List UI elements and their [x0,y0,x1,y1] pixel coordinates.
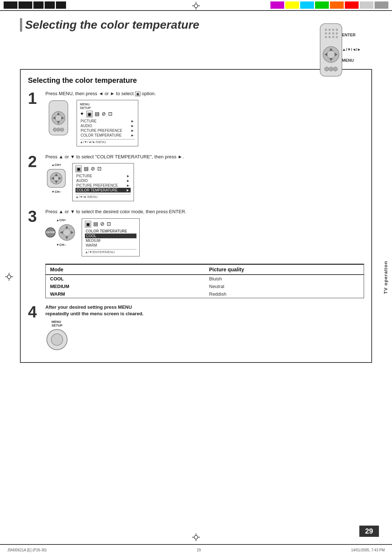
svg-point-5 [7,275,11,279]
quality-col-header: Picture quality [205,264,364,275]
svg-point-61 [51,334,63,345]
step-4-number: 4 [28,304,42,320]
s3-ch-minus-label: ▼CH– [56,243,66,247]
s3-ch-plus-label: ▲CH+ [56,218,66,222]
step-2-visual: ▲CH+ ▼CH– [45,163,364,201]
menu-item-audio: AUDIO► [80,123,135,128]
ch-plus-label: ▲CH+ [51,163,61,167]
table-row: WARMReddish [46,290,364,298]
step-1-visual: MENUSETUP ✦ ▣ ▤ ⊘ ⊡ PICTURE► AUDIO► PICT… [45,100,364,146]
svg-point-25 [328,36,331,38]
mode-cell: COOL [46,275,205,283]
step-1-remote-svg [45,100,72,136]
step-4-remote: MENUSETUP [45,320,69,351]
step-1: 1 Press MENU, then press ◄ or ► to selec… [28,90,364,146]
svg-point-21 [328,32,331,35]
right-side-area: TV operation [383,109,388,446]
svg-point-18 [332,29,334,31]
s2-menu-item-color-temp-highlighted: COLOR TEMPERATURE► [75,188,131,193]
color-block-gray [375,1,388,9]
step-3-remote-svg [57,223,77,242]
step-2-number: 2 [28,154,42,170]
svg-point-10 [194,535,198,539]
svg-point-22 [332,32,334,35]
color-block-cyan [300,1,314,9]
step-3-menu: ▣ ▤ ⊘ ⊡ COLOR TEMPERATURE COOL MEDIUM WA… [82,218,140,256]
color-block-green [315,1,329,9]
step-3-menu-icons: ▣ ▤ ⊘ ⊡ [85,221,136,227]
black-block-1 [4,1,17,9]
menu-item-color-temp: COLOR TEMPERATURE► [80,133,135,138]
footer-center: 29 [197,548,201,552]
arrows-label: ▲/▼/◄/► [342,47,361,52]
step-1-nav-hint: ▲/▼/◄/►/MENU [80,139,135,144]
top-bar [0,0,392,10]
step-1-menu-icons: ✦ ▣ ▤ ⊘ ⊡ [80,111,135,117]
step-4-content: After your desired setting press MENUrep… [45,304,364,351]
footer-left: J5N00621A [E] (P26-30) [7,548,46,552]
quality-cell: Bluish [205,275,364,283]
mode-col-header: Mode [46,264,205,275]
step-1-menu: MENUSETUP ✦ ▣ ▤ ⊘ ⊡ PICTURE► AUDIO► PICT… [77,100,138,146]
s3-remote-row: ENTER [45,223,77,242]
step-4-text: After your desired setting press MENUrep… [45,304,364,317]
color-block-yellow [285,1,299,9]
table-row: MEDIUMNeutral [46,283,364,290]
page-title: Selecting the color temperature [25,18,199,31]
svg-point-16 [325,29,327,31]
step-4-visual: MENUSETUP [45,320,364,351]
svg-point-0 [194,4,198,8]
s2-menu-item-audio: AUDIO► [75,178,131,183]
top-bar-right-blocks [267,0,392,10]
step-3-nav-hint: ▲/▼/ENTER/MENU [85,249,136,254]
quality-cell: Neutral [205,283,364,290]
step-3-text: Press ▲ or ▼ to select the desired color… [45,208,364,215]
enter-label: ENTER [342,33,361,37]
black-block-4 [45,1,55,9]
mode-table-wrapper: Mode Picture quality COOLBluishMEDIUMNeu… [45,264,364,298]
page-title-wrapper: Selecting the color temperature [20,18,199,32]
step-1-menu-setup-label: MENUSETUP [80,102,135,110]
s2-menu-item-picture: PICTURE► [75,174,131,178]
black-block-2 [19,1,32,9]
step-1-number: 1 [28,90,42,106]
menu-item-picture: PICTURE► [80,119,135,123]
remote-illustration: ENTER ▲/▼/◄/► MENU [309,22,361,62]
svg-point-17 [328,29,331,31]
svg-point-46 [60,128,64,131]
enter-button: ENTER [45,227,56,238]
quality-cell: Reddish [205,290,364,298]
color-block-lightgray [360,1,373,9]
black-block-5 [56,1,66,9]
s3-menu-color-temp-label: COLOR TEMPERATURE [85,229,136,234]
svg-point-49 [53,175,59,181]
main-content: Selecting the color temperature [20,18,372,363]
bottom-crosshair [192,533,200,543]
step-2-text: Press ▲ or ▼ to select "COLOR TEMPERATUR… [45,154,364,160]
step-2: 2 Press ▲ or ▼ to select "COLOR TEMPERAT… [28,154,364,201]
remote-label-group: ENTER ▲/▼/◄/► MENU [342,33,361,62]
s2-menu-item-picture-pref: PICTURE PREFERENCE► [75,183,131,188]
step-2-content: Press ▲ or ▼ to select "COLOR TEMPERATUR… [45,154,364,201]
black-block-3 [33,1,44,9]
svg-point-44 [53,128,57,131]
s3-menu-medium: MEDIUM [85,238,136,243]
color-block-red [345,1,359,9]
page-number-box: 29 [359,526,379,537]
step-3-number: 3 [28,208,42,224]
s3-menu-cool-highlighted: COOL [85,234,136,238]
step-4-remote-svg [45,328,69,351]
mode-table: Mode Picture quality COOLBluishMEDIUMNeu… [46,264,364,298]
top-bar-left-blocks [0,0,70,10]
footer-right: 14/01/2005, 7:43 PM [351,548,385,552]
svg-point-35 [329,67,333,71]
ch-minus-label: ▼CH– [52,190,61,194]
menu-item-picture-pref: PICTURE PREFERENCE► [80,128,135,133]
svg-point-45 [57,128,60,131]
step-2-menu-icons: ▣ ▤ ⊘ ⊡ [75,166,131,172]
svg-point-26 [332,36,334,38]
menu-label-remote: MENU [342,58,361,62]
svg-point-29 [327,50,335,58]
step-1-text: Press MENU, then press ◄ or ► to select … [45,90,364,97]
step-3-content: Press ▲ or ▼ to select the desired color… [45,208,364,256]
